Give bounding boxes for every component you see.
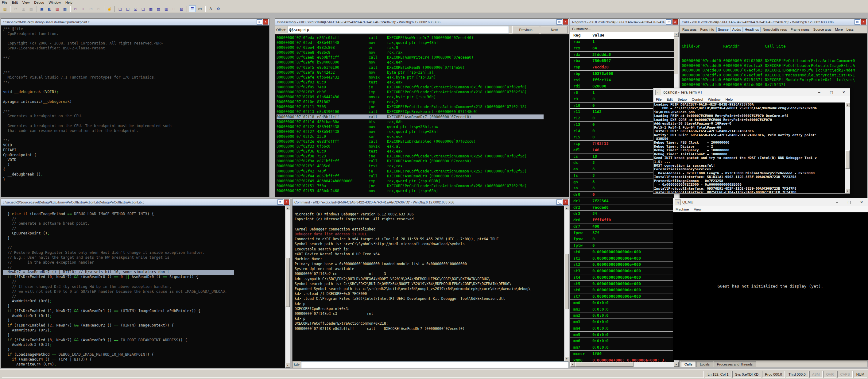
disasm-line[interactable]: 00000000`07f02f3ae871bffcffcallDXECORE!A… bbox=[277, 159, 569, 164]
menu-file[interactable]: File bbox=[2, 1, 7, 4]
register-row-xmm0[interactable]: xmm00.000000e+000: 0.000000e+000: 3. bbox=[570, 357, 674, 362]
tab-calls[interactable]: Calls bbox=[681, 361, 696, 367]
code-line[interactable]: Microsoft Visual Studio 7.1 Function Pro… bbox=[3, 75, 269, 80]
calls-option-func-info[interactable]: Func info bbox=[699, 27, 715, 32]
terminal-output[interactable]: Loading PEIM D6A2CB7F-6A18-4E2F-B43B-992… bbox=[653, 102, 845, 193]
disasm-line[interactable]: 00000000`07f02f3f4885c0testrax,rax bbox=[277, 164, 569, 168]
menu-window[interactable]: Window bbox=[49, 1, 61, 4]
registers-horizontal-scrollbar[interactable]: ◄ ► bbox=[570, 362, 679, 367]
command-output[interactable]: Microsoft (R) Windows Debugger Version 6… bbox=[292, 206, 564, 361]
registers-window-icon[interactable]: ◰ bbox=[140, 5, 147, 12]
scroll-thumb[interactable] bbox=[845, 150, 849, 169]
code-line[interactable] bbox=[3, 95, 269, 99]
code-line[interactable]: Generates a breakpoint on the CPU. bbox=[3, 114, 269, 119]
register-row-st0[interactable]: st00.00000000000000e+000 bbox=[570, 249, 674, 255]
scroll-thumb[interactable] bbox=[564, 254, 569, 309]
menu-window[interactable]: Window bbox=[708, 98, 721, 101]
processes-window-icon[interactable]: ▧ bbox=[178, 5, 185, 12]
registers-window-icon[interactable]: ◰ bbox=[666, 19, 672, 25]
command-title-bar[interactable]: Command - eXDI 'exdi:clsid={F56FC1A6-342… bbox=[292, 199, 569, 206]
watch-window-icon[interactable]: ◱ bbox=[124, 5, 131, 12]
code-line[interactable]: Generates a breakpoint on the CPU. The b… bbox=[3, 124, 269, 129]
disasm-line[interactable]: 00000000`07f02f42740fjeDXECORE!PeCoffLoa… bbox=[277, 169, 569, 174]
register-row-mm2[interactable]: mm20:0:0:0 bbox=[570, 312, 674, 319]
remove-all-breakpoints-icon[interactable]: ▥ bbox=[54, 5, 61, 12]
register-row-mm4[interactable]: mm40:0:0:0 bbox=[570, 325, 674, 332]
register-row-dr2[interactable]: dr27ecded0 bbox=[570, 204, 674, 211]
register-row-rbp[interactable]: rbp10378a000 bbox=[570, 71, 674, 77]
disasm-line[interactable]: 00000000`07f02f117505jneDXECORE!PeCoffLo… bbox=[277, 104, 569, 109]
code-line[interactable]: VOID bbox=[3, 158, 269, 163]
register-row-st1[interactable]: st10.00000000000000e+000 bbox=[570, 255, 674, 262]
code-line[interactable]: // bbox=[3, 226, 285, 231]
code-line[interactable]: #pragma intrinsic(__debugbreak) bbox=[3, 99, 269, 104]
code-line[interactable] bbox=[3, 85, 269, 90]
menu-view[interactable]: View bbox=[22, 1, 30, 4]
code-line[interactable]: { bbox=[3, 167, 269, 172]
break-icon[interactable]: ☝ bbox=[106, 5, 113, 12]
close-icon[interactable]: x bbox=[263, 19, 268, 25]
step-into-icon[interactable]: {+} bbox=[72, 5, 79, 12]
register-row-mm1[interactable]: mm10:0:0:0 bbox=[570, 306, 674, 313]
source-code-view[interactable]: } else if (LoadImageMethod == DEBUG_LOAD… bbox=[1, 206, 285, 368]
register-row-rdx[interactable]: rdx3fdddda8 bbox=[570, 52, 674, 58]
tab-locals[interactable]: Locals bbox=[696, 361, 713, 367]
code-line[interactable]: void __debugbreak (VOID); bbox=[3, 90, 269, 95]
register-row-rsp[interactable]: rsp7ecdd20 bbox=[570, 64, 674, 71]
scroll-down-icon[interactable]: ▼ bbox=[285, 363, 290, 368]
command-vertical-scrollbar[interactable]: ▲ ▼ bbox=[564, 206, 569, 361]
menu-help[interactable]: Help bbox=[725, 98, 733, 101]
disasm-line[interactable]: 00000000`07f02f53488b4c2468movrcx,qword … bbox=[277, 188, 569, 193]
code-line[interactable]: NewDr7 = AsmReadDr7 () | BIT10; // H/w s… bbox=[3, 270, 234, 275]
disasm-line[interactable]: 00000000`07f02f387523jneDXECORE!PeCoffLo… bbox=[277, 154, 569, 159]
command-window-icon[interactable]: ◳ bbox=[117, 5, 124, 12]
code-line[interactable]: SPDX-License-Identifier: BSD-2-Clause-Pa… bbox=[3, 46, 269, 51]
scroll-down-icon[interactable]: ▼ bbox=[845, 189, 850, 193]
maximize-icon[interactable]: ▢ bbox=[843, 198, 856, 206]
disasm-line[interactable]: 00000000`07f02f13e8c8190100callDXECORE!C… bbox=[277, 109, 569, 114]
options-icon[interactable]: ⚙ bbox=[215, 5, 222, 12]
code-line[interactable] bbox=[3, 241, 285, 246]
disasm-line[interactable]: 00000000`07f02ef5e8561f0100callDXECORE!I… bbox=[277, 65, 569, 70]
disasm-line[interactable]: 00000000`07f02ee44883c808orrax,8 bbox=[277, 45, 569, 50]
register-row-rbx[interactable]: rbx756e6547 bbox=[570, 58, 674, 64]
toggle-breakpoint-icon[interactable]: ▣ bbox=[38, 5, 45, 12]
scroll-down-icon[interactable]: ▼ bbox=[564, 357, 569, 361]
code-line[interactable]: // bbox=[3, 217, 285, 222]
code-line[interactable]: } bbox=[3, 347, 285, 352]
register-row-rax[interactable]: rax1 bbox=[570, 39, 674, 45]
assembly-mode-icon[interactable]: 101 bbox=[196, 5, 204, 12]
code-line[interactable]: /** bbox=[3, 70, 269, 75]
calls-window-icon[interactable]: ▤ bbox=[155, 5, 162, 12]
disasm-line[interactable]: 00000000`07f02f0574e9jeDXECORE!PeCoffLoa… bbox=[277, 85, 569, 90]
call-stack-row[interactable]: 00000000`07ecddd0 00000000`07ecfca8 DXEC… bbox=[682, 63, 867, 68]
code-line[interactable]: // in the above exception handler bbox=[3, 260, 285, 265]
disassembly-window-icon[interactable]: ▥ bbox=[556, 19, 562, 25]
registers-title-bar[interactable]: Registers - eXDI 'exdi:clsid={F56FC1A6-3… bbox=[570, 19, 679, 26]
calls-window-icon[interactable]: ▤ bbox=[855, 19, 860, 25]
register-row-mm6[interactable]: mm60:0:0:0 bbox=[570, 338, 674, 344]
menu-file[interactable]: File bbox=[656, 98, 662, 101]
font-icon[interactable]: A bbox=[207, 5, 214, 12]
customize-button[interactable]: Customize... bbox=[572, 27, 591, 31]
scroll-up-icon[interactable]: ▲ bbox=[285, 206, 290, 210]
call-stack-row[interactable]: 00000000`07ecdd20 00000000`07f03088 DXEC… bbox=[682, 58, 867, 63]
register-row-rcx[interactable]: rcx84 bbox=[570, 45, 674, 52]
code-line[interactable] bbox=[3, 61, 269, 66]
disasm-line[interactable]: 00000000`07f02f2ee88dfdffffcallDXECORE!I… bbox=[277, 139, 569, 144]
calls-option-less[interactable]: Less bbox=[845, 27, 855, 32]
register-row-st5[interactable]: st50.00000000000000e+000 bbox=[570, 281, 674, 287]
disasm-line[interactable]: 00000000`07f02ef0b984000000movecx,84h bbox=[277, 60, 569, 65]
code-line[interactable]: EFIAPI bbox=[3, 148, 269, 153]
qemu-title-bar[interactable]: Q QEMU – ▢ ✕ bbox=[673, 198, 868, 206]
locals-window-icon[interactable]: ◲ bbox=[132, 5, 139, 12]
call-stack-row[interactable]: 00000000`07ecdfd0 00000000`03fde000 0x7f… bbox=[682, 82, 867, 87]
scratch-pad-icon[interactable]: □ bbox=[170, 5, 177, 12]
disasm-line[interactable]: 00000000`07f02f27488b542438movrdx,qword … bbox=[277, 129, 569, 134]
code-line[interactable]: AsmWriteDr0 (Dr0); bbox=[3, 299, 285, 304]
disasm-line[interactable]: 00000000`07f02f0385c0testeax,eax bbox=[277, 80, 569, 85]
source-mode-icon[interactable]: ☰ bbox=[189, 5, 196, 12]
register-row-rsi[interactable]: rsifffcc374 bbox=[570, 77, 674, 84]
call-stack-row[interactable]: 00000000`07ecdfa0 00000000`07f5437f DXEC… bbox=[682, 77, 867, 82]
disasm-line[interactable]: 00000000`07f02f18e8d3bffcffcallDXECORE!A… bbox=[277, 115, 544, 119]
